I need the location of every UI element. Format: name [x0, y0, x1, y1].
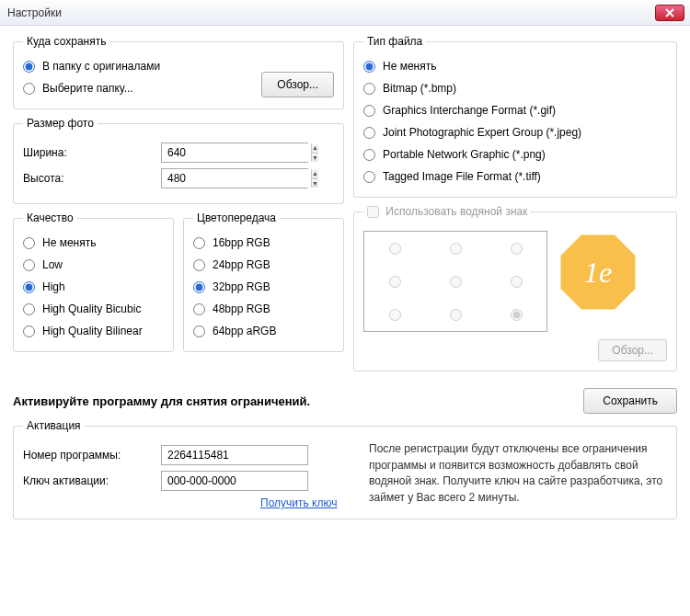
size-legend: Размер фото: [23, 117, 98, 130]
get-key-link[interactable]: Получить ключ: [260, 496, 337, 509]
width-label: Ширина:: [23, 146, 161, 159]
radio-quality-hq-bicubic[interactable]: [23, 303, 35, 315]
wm-pos-0: [389, 243, 401, 255]
label-color-64: 64bpp aRGB: [213, 325, 276, 337]
group-save-location: Куда сохранять В папку с оригиналами Выб…: [13, 35, 344, 109]
save-legend: Куда сохранять: [23, 35, 110, 48]
width-up-icon[interactable]: ▲: [312, 143, 318, 154]
radio-quality-hq-bilinear[interactable]: [23, 325, 35, 337]
group-quality: Качество Не менять Low High High Quality…: [13, 211, 174, 352]
svg-text:1e: 1e: [584, 256, 613, 289]
label-ft-keep: Не менять: [383, 60, 436, 73]
label-ft-gif: Graphics Interchange Format (*.gif): [383, 104, 556, 117]
height-input[interactable]: [162, 169, 311, 188]
watermark-checkbox: [367, 206, 379, 218]
label-quality-low: Low: [42, 258, 63, 271]
label-color-32: 32bpp RGB: [213, 280, 270, 293]
group-activation: Активация Номер программы: Ключ активаци…: [13, 419, 677, 519]
watermark-logo-icon: 1e: [557, 231, 639, 314]
program-num-input[interactable]: [161, 445, 308, 465]
height-label: Высота:: [23, 172, 161, 185]
label-ft-tiff: Tagged Image File Format (*.tiff): [383, 170, 541, 183]
group-color: Цветопередача 16bpp RGB 24bpp RGB 32bpp …: [183, 211, 344, 352]
group-filetype: Тип файла Не менять Bitmap (*.bmp) Graph…: [353, 35, 677, 198]
width-down-icon[interactable]: ▼: [312, 154, 318, 163]
save-button[interactable]: Сохранить: [583, 388, 677, 414]
radio-ft-gif[interactable]: [363, 105, 375, 117]
activate-bar: Активируйте программу для снятия огранич…: [13, 388, 677, 414]
height-down-icon[interactable]: ▼: [312, 179, 318, 188]
browse-save-button[interactable]: Обзор...: [261, 72, 334, 97]
radio-color-24[interactable]: [193, 259, 205, 271]
radio-ft-keep[interactable]: [363, 61, 375, 73]
radio-ft-tiff[interactable]: [363, 171, 375, 183]
label-ft-bmp: Bitmap (*.bmp): [383, 82, 456, 95]
label-ft-jpeg: Joint Photographic Expert Group (*.jpeg): [383, 126, 581, 139]
wm-pos-2: [511, 243, 523, 255]
group-watermark: Использовать водяной знак: [353, 205, 677, 371]
label-color-16: 16bpp RGB: [213, 236, 270, 249]
radio-color-48[interactable]: [193, 303, 205, 315]
height-spinner: ▲ ▼: [161, 168, 308, 188]
radio-color-32[interactable]: [193, 281, 205, 293]
wm-pos-6: [389, 309, 401, 321]
radio-color-16[interactable]: [193, 237, 205, 249]
close-icon: [665, 8, 674, 17]
watermark-position-grid: [363, 231, 547, 332]
wm-pos-3: [389, 276, 401, 288]
program-num-label: Номер программы:: [23, 449, 161, 462]
filetype-legend: Тип файла: [363, 35, 426, 48]
activate-message: Активируйте программу для снятия огранич…: [13, 394, 583, 408]
activation-info-text: После регистрации будут отключены все ог…: [369, 439, 667, 509]
wm-pos-5: [511, 276, 523, 288]
group-photo-size: Размер фото Ширина: ▲ ▼ Высота:: [13, 117, 344, 204]
radio-save-custom[interactable]: [23, 83, 35, 95]
radio-ft-bmp[interactable]: [363, 83, 375, 95]
label-color-48: 48bpp RGB: [213, 302, 270, 315]
watermark-label: Использовать водяной знак: [385, 205, 527, 218]
label-save-originals: В папку с оригиналами: [42, 60, 160, 73]
watermark-legend-wrap: Использовать водяной знак: [363, 205, 531, 218]
activation-key-input[interactable]: [161, 471, 308, 491]
window-title: Настройки: [6, 6, 655, 19]
label-quality-high: High: [42, 280, 65, 293]
wm-pos-4: [450, 276, 462, 288]
radio-ft-png[interactable]: [363, 149, 375, 161]
radio-color-64[interactable]: [193, 325, 205, 337]
radio-quality-low[interactable]: [23, 259, 35, 271]
width-spinner: ▲ ▼: [161, 143, 308, 163]
window-body: Куда сохранять В папку с оригиналами Выб…: [0, 26, 690, 536]
watermark-browse-button: Обзор...: [598, 339, 667, 361]
wm-pos-7: [450, 309, 462, 321]
wm-pos-1: [450, 243, 462, 255]
label-save-custom: Выберите папку...: [42, 82, 133, 95]
titlebar: Настройки: [0, 0, 690, 26]
label-color-24: 24bpp RGB: [213, 258, 270, 271]
activation-legend: Активация: [23, 419, 85, 432]
quality-legend: Качество: [23, 211, 77, 224]
color-legend: Цветопередача: [193, 211, 280, 224]
width-input[interactable]: [162, 143, 311, 162]
radio-save-originals[interactable]: [23, 61, 35, 73]
activation-key-label: Ключ активации:: [23, 474, 161, 487]
label-quality-keep: Не менять: [42, 236, 96, 249]
label-quality-hq-bilinear: High Quality Bilinear: [42, 325, 143, 337]
label-ft-png: Portable Network Graphic (*.png): [383, 148, 546, 161]
radio-quality-keep[interactable]: [23, 237, 35, 249]
wm-pos-8: [511, 309, 523, 321]
label-quality-hq-bicubic: High Quality Bicubic: [42, 302, 141, 315]
height-up-icon[interactable]: ▲: [312, 169, 318, 179]
radio-quality-high[interactable]: [23, 281, 35, 293]
close-button[interactable]: [655, 5, 684, 21]
radio-ft-jpeg[interactable]: [363, 127, 375, 139]
